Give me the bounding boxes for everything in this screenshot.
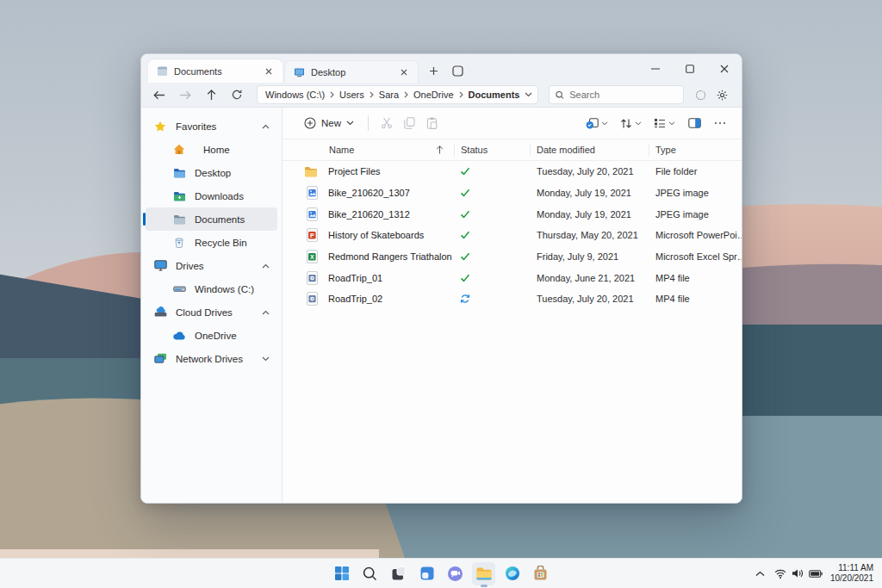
section-label: Cloud Drives — [176, 307, 233, 318]
tab-actions-button[interactable] — [448, 61, 467, 80]
view-button[interactable] — [649, 115, 680, 131]
file-name: Bike_210620_1307 — [328, 188, 455, 198]
edge-button[interactable] — [500, 562, 524, 585]
column-label: Name — [329, 145, 354, 155]
maximize-button[interactable] — [673, 56, 707, 82]
sidebar-section-network-drives[interactable]: Network Drives — [146, 347, 277, 370]
downloads-folder-icon — [172, 191, 186, 201]
sidebar-item-recycle-bin[interactable]: Recycle Bin — [146, 231, 277, 254]
file-row-roadtrip-01[interactable]: RoadTrip_01 Monday, June 21, 2021 MP4 fi… — [283, 267, 742, 288]
chevron-up-icon[interactable] — [262, 263, 270, 269]
breadcrumb-separator-icon — [370, 91, 374, 98]
new-tab-button[interactable] — [424, 61, 443, 80]
breadcrumb-segment[interactable]: OneDrive — [413, 90, 453, 100]
cut-button[interactable] — [376, 113, 398, 133]
sort-button[interactable] — [616, 115, 646, 132]
store-button[interactable] — [529, 562, 552, 585]
network-drive-icon — [153, 353, 167, 364]
gear-icon — [717, 90, 728, 101]
up-arrow-icon — [207, 90, 216, 101]
file-row-project-files[interactable]: Project Files Tuesday, July 20, 2021 Fil… — [283, 161, 742, 183]
chevron-down-icon[interactable] — [262, 356, 270, 362]
file-row-roadtrip-02[interactable]: RoadTrip_02 Tuesday, July 20, 2021 MP4 f… — [283, 288, 742, 310]
file-name: History of Skateboards — [328, 230, 455, 240]
sync-options-button[interactable] — [581, 115, 612, 132]
desktop-folder-icon — [172, 168, 186, 178]
taskbar-clock[interactable]: 11:11 AM 10/20/2021 — [830, 563, 877, 585]
tray-status-cluster[interactable] — [773, 565, 824, 582]
breadcrumb[interactable]: Windows (C:\) Users Sara OneDrive Docume… — [257, 85, 538, 104]
breadcrumb-segment[interactable]: Windows (C:\) — [265, 90, 325, 100]
sidebar-item-documents[interactable]: Documents — [146, 207, 277, 231]
cloud-drive-icon — [153, 306, 167, 318]
settings-gear-button[interactable] — [711, 85, 733, 104]
chevron-down-icon — [668, 121, 675, 126]
file-type: MP4 file — [649, 273, 742, 283]
file-row-bike-1307[interactable]: Bike_210620_1307 Monday, July 19, 2021 J… — [283, 183, 742, 204]
chevron-up-icon[interactable] — [262, 124, 270, 129]
search-icon — [556, 90, 564, 100]
file-type: JPEG image — [649, 209, 742, 220]
sidebar-item-desktop[interactable]: Desktop — [146, 161, 277, 184]
sidebar-item-onedrive[interactable]: OneDrive — [146, 324, 277, 347]
tab-desktop[interactable]: Desktop — [284, 60, 419, 83]
widgets-button[interactable] — [415, 562, 438, 585]
chevron-down-icon — [601, 121, 608, 126]
breadcrumb-segment[interactable]: Sara — [379, 90, 399, 100]
file-row-bike-1312[interactable]: Bike_210620_1312 Monday, July 19, 2021 J… — [283, 203, 742, 225]
address-dropdown-chevron-icon[interactable] — [525, 92, 532, 97]
column-header-type[interactable]: Type — [649, 144, 742, 157]
sidebar-section-drives[interactable]: Drives — [146, 254, 277, 277]
folder-icon — [283, 166, 328, 177]
file-row-redmond-rangers-triathalon[interactable]: X Redmond Rangers Triathalon Friday, Jul… — [283, 246, 742, 268]
column-header-status[interactable]: Status — [455, 144, 531, 157]
sidebar-item-downloads[interactable]: Downloads — [146, 184, 277, 207]
sidebar-item-windows-c[interactable]: Windows (C:) — [146, 277, 277, 300]
excel-file-icon: X — [283, 250, 328, 263]
breadcrumb-segment-current[interactable]: Documents — [469, 90, 520, 100]
see-more-button[interactable] — [709, 113, 731, 133]
details-pane-button[interactable] — [683, 113, 705, 133]
sidebar-section-favorites[interactable]: Favorites — [146, 115, 277, 138]
copy-icon — [404, 117, 415, 129]
sidebar-section-cloud-drives[interactable]: Cloud Drives — [146, 300, 277, 324]
file-name: Redmond Rangers Triathalon — [328, 251, 455, 262]
item-label: Desktop — [195, 168, 231, 178]
chevron-up-icon[interactable] — [262, 310, 270, 315]
tab-list-icon — [452, 65, 463, 77]
chat-button[interactable] — [444, 562, 467, 585]
search-input[interactable] — [569, 90, 677, 100]
file-date-modified: Friday, July 9, 2021 — [531, 251, 649, 262]
tab-documents[interactable]: Documents — [148, 59, 283, 83]
back-button[interactable] — [148, 85, 171, 104]
section-label: Drives — [176, 261, 204, 271]
tray-overflow-button[interactable] — [754, 567, 767, 580]
column-header-name[interactable]: Name — [283, 144, 455, 157]
column-header-date-modified[interactable]: Date modified — [531, 144, 649, 157]
file-row-history-of-skateboards[interactable]: P History of Skateboards Thursday, May 2… — [283, 225, 742, 246]
search-button[interactable] — [358, 562, 382, 585]
tab-close-icon[interactable] — [397, 65, 411, 79]
search-box[interactable] — [549, 85, 684, 104]
sidebar-item-home[interactable]: Home — [146, 138, 277, 161]
copy-button[interactable] — [398, 113, 420, 133]
start-button[interactable] — [330, 562, 353, 585]
forward-button[interactable] — [174, 85, 196, 104]
file-name: Project Files — [328, 166, 455, 176]
status-synced-check-icon — [455, 252, 531, 261]
file-explorer-button[interactable] — [472, 562, 495, 585]
refresh-button[interactable] — [226, 85, 248, 104]
section-label: Favorites — [176, 121, 216, 132]
new-button[interactable]: New — [297, 114, 361, 133]
task-view-button[interactable] — [387, 562, 410, 585]
chevron-down-icon — [635, 121, 642, 126]
paste-button[interactable] — [420, 113, 443, 133]
breadcrumb-segment[interactable]: Users — [339, 90, 364, 100]
close-button[interactable] — [707, 56, 742, 82]
minimize-button[interactable] — [638, 56, 673, 82]
video-file-icon — [283, 271, 328, 285]
documents-folder-icon — [172, 214, 186, 225]
tab-close-icon[interactable] — [262, 65, 276, 78]
up-button[interactable] — [200, 85, 222, 104]
windows-start-icon — [334, 566, 350, 581]
